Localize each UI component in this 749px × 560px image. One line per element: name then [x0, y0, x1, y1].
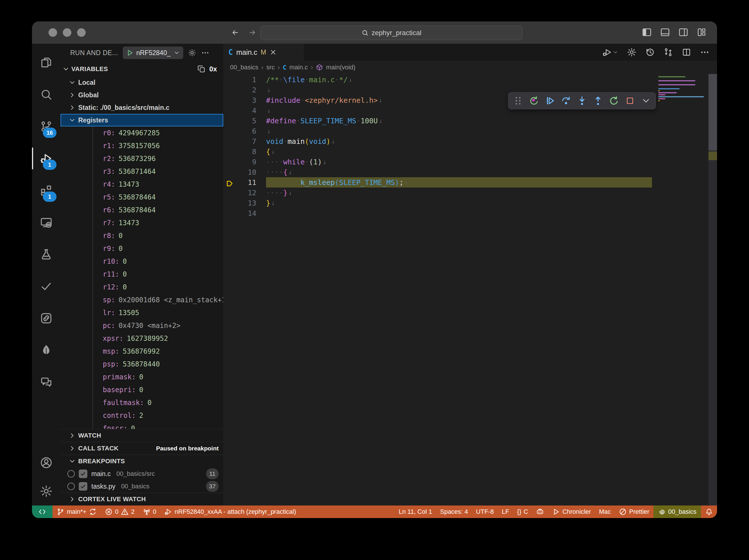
breadcrumb-item[interactable]: main.c	[290, 64, 308, 71]
register-row-primask[interactable]: primask:0	[61, 370, 223, 383]
breakpoint-checkbox[interactable]	[79, 470, 87, 478]
debug-settings-gear-icon[interactable]	[188, 48, 196, 57]
gutter[interactable]: 13	[223, 199, 266, 207]
step-out-button[interactable]	[593, 95, 603, 106]
gutter[interactable]: 7	[223, 137, 266, 146]
restart-button[interactable]	[609, 95, 619, 106]
status-item-language-mode[interactable]: {}C	[513, 505, 532, 518]
variables-group-static-00-basics-src-main-c[interactable]: Static: ./00_basics/src/main.c	[61, 101, 223, 114]
register-row-r7[interactable]: r7:13473	[61, 216, 223, 229]
breadcrumb-item[interactable]: 00_basics	[230, 64, 258, 71]
status-item-copilot[interactable]	[532, 505, 548, 518]
breakpoint-row-main-c[interactable]: main.c00_basics/src11	[61, 468, 223, 480]
register-row-lr[interactable]: lr:13505	[61, 306, 223, 319]
copy-value-icon[interactable]	[197, 65, 206, 73]
code-line-11[interactable]: 11········k_msleep(SLEEP_TIME_MS);↓	[223, 177, 717, 188]
status-item-remote-indicator[interactable]	[32, 505, 52, 518]
toggle-secondary-sidebar-icon[interactable]	[678, 27, 688, 37]
close-window-button[interactable]	[48, 28, 57, 37]
toggle-panel-icon[interactable]	[660, 27, 670, 37]
run-or-debug-button[interactable]	[602, 47, 618, 57]
gutter[interactable]: 14	[223, 209, 266, 217]
register-row-sp[interactable]: sp:0x20001d68 <z_main_stack+1064>	[61, 294, 223, 306]
activity-item-comments[interactable]	[32, 366, 61, 398]
register-row-r12[interactable]: r12:0	[61, 281, 223, 294]
reverse-continue-button[interactable]	[529, 95, 539, 106]
code-line-14[interactable]: 14	[223, 208, 717, 218]
more-sessions-button[interactable]	[641, 95, 651, 106]
register-row-r0[interactable]: r0:4294967285	[61, 126, 223, 139]
gutter[interactable]: 6	[223, 127, 266, 135]
activity-item-tasks[interactable]	[32, 270, 61, 302]
register-row-r4[interactable]: r4:13473	[61, 178, 223, 191]
register-row-pc[interactable]: pc:0x4730 <main+2>	[61, 319, 223, 332]
register-row-r9[interactable]: r9:0	[61, 242, 223, 255]
launch-config-dropdown[interactable]: nRF52840_	[123, 46, 183, 59]
code-line-10[interactable]: 10····{↓	[223, 167, 717, 177]
gutter[interactable]: 10	[223, 168, 266, 176]
register-row-faultmask[interactable]: faultmask:0	[61, 396, 223, 409]
gutter[interactable]: 4	[223, 106, 266, 115]
status-item-debug-session[interactable]: nRF52840_xxAA - attach (zephyr_practical…	[160, 505, 300, 518]
history-icon[interactable]	[645, 47, 655, 57]
code-line-7[interactable]: 7void·main(void)↓	[223, 136, 717, 146]
register-row-xpsr[interactable]: xpsr:1627389952	[61, 332, 223, 345]
register-row-r8[interactable]: r8:0	[61, 229, 223, 242]
register-row-fpscr[interactable]: fpscr:0	[61, 422, 223, 429]
register-row-r11[interactable]: r11:0	[61, 268, 223, 281]
code-line-6[interactable]: 6↓	[223, 126, 717, 136]
gutter[interactable]: 3	[223, 96, 266, 105]
activity-item-settings[interactable]	[32, 477, 61, 505]
gutter[interactable]: 12	[223, 189, 266, 197]
code-line-1[interactable]: 1/**·\file·main.c·*/↓	[223, 74, 717, 85]
status-item-cursor-position[interactable]: Ln 11, Col 1	[395, 505, 436, 518]
activity-item-extensions[interactable]: 1	[32, 174, 61, 207]
activity-item-source-control[interactable]: 16	[32, 110, 61, 143]
hex-format-toggle[interactable]: 0x	[208, 65, 219, 73]
register-row-basepri[interactable]: basepri:0	[61, 383, 223, 396]
gutter[interactable]: 5	[223, 117, 266, 125]
compare-icon[interactable]	[663, 47, 673, 57]
activity-item-testing[interactable]	[32, 238, 61, 270]
code-line-9[interactable]: 9····while·(1)↓	[223, 157, 717, 167]
activity-item-links[interactable]	[32, 302, 61, 334]
zoom-window-button[interactable]	[77, 28, 86, 37]
activity-item-run-and-debug[interactable]: 1	[32, 143, 61, 174]
code-line-5[interactable]: 5#define·SLEEP_TIME_MS·100U↓	[223, 115, 717, 126]
breadcrumb-item[interactable]: src	[266, 64, 275, 71]
status-item-indentation[interactable]: Spaces: 4	[436, 505, 472, 518]
breadcrumb-item[interactable]: main(void)	[326, 64, 356, 71]
watch-section-header[interactable]: WATCH	[61, 429, 223, 442]
breakpoints-section-header[interactable]: BREAKPOINTS	[61, 455, 223, 468]
cortex-live-watch-header[interactable]: CORTEX LIVE WATCH	[61, 493, 223, 505]
activity-item-mongodb[interactable]	[32, 334, 61, 366]
activity-item-search[interactable]	[32, 79, 61, 110]
register-row-psp[interactable]: psp:536878440	[61, 358, 223, 370]
code-line-13[interactable]: 13}↓	[223, 198, 717, 208]
step-over-button[interactable]	[561, 95, 571, 106]
status-item-chronicler[interactable]: Chronicler	[548, 505, 595, 518]
register-row-control[interactable]: control:2	[61, 409, 223, 422]
minimize-window-button[interactable]	[63, 28, 71, 37]
continue-button[interactable]	[545, 95, 555, 106]
variables-group-registers[interactable]: Registers	[61, 114, 223, 126]
breakpoint-row-tasks-py[interactable]: tasks.py00_basics37	[61, 480, 223, 493]
gutter[interactable]: 1	[223, 76, 266, 84]
code-line-8[interactable]: 8{↓	[223, 146, 717, 157]
register-row-r6[interactable]: r6:536878464	[61, 203, 223, 216]
close-icon[interactable]	[270, 48, 277, 56]
minimap[interactable]	[658, 76, 707, 104]
customize-layout-icon[interactable]	[697, 27, 707, 37]
gutter[interactable]: 11	[223, 178, 266, 187]
toggle-primary-sidebar-icon[interactable]	[642, 27, 652, 37]
more-actions-icon[interactable]	[201, 48, 210, 57]
register-row-msp[interactable]: msp:536876992	[61, 345, 223, 358]
status-item-problems[interactable]: 02	[101, 505, 139, 518]
command-center-search[interactable]: zephyr_practical	[260, 26, 522, 40]
split-icon[interactable]	[682, 47, 691, 57]
overview-ruler[interactable]	[708, 74, 717, 505]
tab-main-c[interactable]: C main.c M	[223, 44, 303, 61]
status-item-broadcast[interactable]: 0	[139, 505, 160, 518]
scrollbar-thumb[interactable]	[708, 74, 717, 150]
status-item-notifications[interactable]	[701, 505, 717, 518]
